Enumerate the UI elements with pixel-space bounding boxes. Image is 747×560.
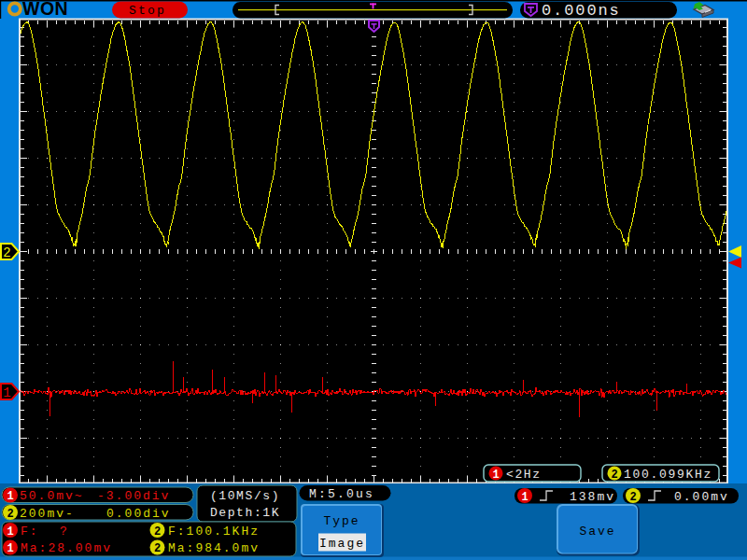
svg-text:<2Hz: <2Hz: [506, 468, 542, 482]
svg-text:Image: Image: [319, 537, 365, 551]
svg-text:F:100.1KHz: F:100.1KHz: [168, 525, 260, 539]
svg-text:2: 2: [7, 508, 13, 521]
svg-text:50.0mv~: 50.0mv~: [20, 489, 84, 503]
svg-text:WON: WON: [22, 0, 68, 19]
svg-text:?: ?: [60, 525, 69, 539]
svg-text:1: 1: [3, 385, 10, 400]
svg-text:Type: Type: [323, 514, 359, 528]
svg-text:F:: F:: [21, 525, 39, 539]
svg-text:2: 2: [611, 469, 617, 482]
svg-text:1: 1: [7, 542, 13, 555]
svg-text:138mv: 138mv: [570, 490, 615, 504]
svg-text:1: 1: [492, 469, 499, 482]
svg-text:M:5.0us: M:5.0us: [309, 487, 374, 501]
svg-text:2: 2: [154, 542, 161, 555]
svg-text:Stop: Stop: [129, 4, 166, 18]
svg-text:2: 2: [3, 245, 10, 260]
svg-text:0.000ns: 0.000ns: [542, 2, 621, 20]
svg-text:0.00div: 0.00div: [106, 507, 171, 521]
svg-text:200mv-: 200mv-: [20, 507, 75, 521]
svg-text:0.00mv: 0.00mv: [674, 490, 729, 504]
svg-text:1: 1: [521, 491, 528, 504]
svg-text:1: 1: [7, 490, 13, 503]
svg-text:-3.00div: -3.00div: [97, 489, 170, 503]
svg-text:1: 1: [7, 525, 13, 539]
svg-text:Depth:1K: Depth:1K: [210, 506, 280, 520]
svg-text:2: 2: [154, 525, 161, 539]
svg-text:Ma:984.0mv: Ma:984.0mv: [168, 541, 260, 555]
svg-text:Ma:28.00mv: Ma:28.00mv: [21, 541, 112, 555]
svg-text:(10MS/s): (10MS/s): [210, 489, 280, 503]
svg-text:Save: Save: [579, 525, 615, 539]
svg-text:100.099KHz: 100.099KHz: [624, 468, 712, 482]
svg-text:2: 2: [629, 491, 636, 504]
